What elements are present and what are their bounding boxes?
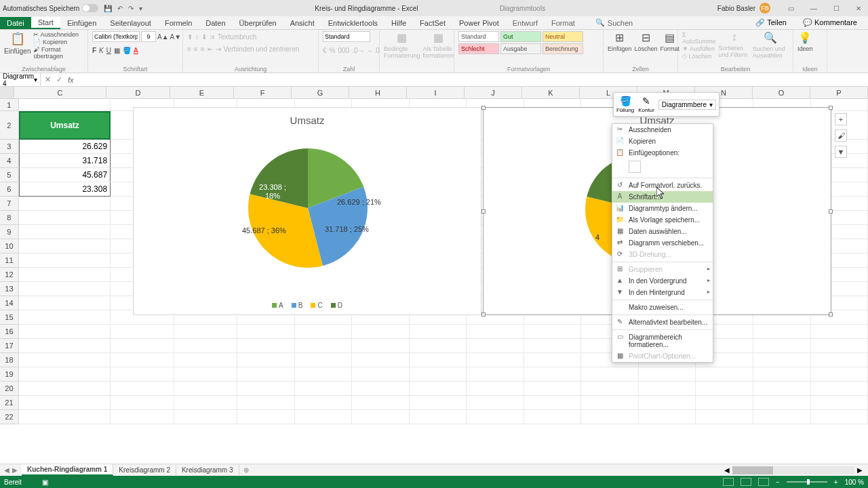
cell[interactable] (696, 410, 753, 424)
zoom-slider[interactable] (787, 481, 827, 483)
font-size-input[interactable] (141, 31, 156, 42)
tab-factset[interactable]: FactSet (413, 18, 452, 28)
format-painter-button[interactable]: 🖌 Format übertragen (33, 46, 83, 60)
cell[interactable] (352, 410, 410, 424)
tab-seitenlayout[interactable]: Seitenlayout (103, 18, 158, 28)
cell[interactable] (174, 339, 237, 353)
sheet-tab-2[interactable]: Kreisdiagramm 2 (113, 465, 176, 475)
cell[interactable] (639, 382, 696, 396)
cell[interactable] (19, 99, 111, 111)
row-header[interactable]: 20 (0, 382, 19, 396)
cell[interactable] (111, 396, 174, 410)
row-header[interactable]: 9 (0, 225, 19, 239)
cell[interactable] (111, 382, 174, 396)
cell[interactable] (174, 396, 237, 410)
row-header[interactable]: 4 (0, 154, 19, 168)
tab-einfuegen[interactable]: Einfügen (60, 18, 103, 28)
cell[interactable] (352, 325, 410, 339)
cell[interactable] (111, 325, 174, 339)
cell[interactable] (295, 339, 353, 353)
cell[interactable] (19, 353, 111, 367)
col-header[interactable]: O (753, 87, 810, 98)
cell[interactable] (19, 296, 111, 310)
row-header[interactable]: 2 (0, 111, 19, 140)
col-header[interactable]: F (234, 87, 292, 98)
outline-button[interactable]: ✎ Kontur (638, 96, 654, 113)
name-box[interactable]: Diagramm 4▾ (0, 73, 41, 87)
cell[interactable] (410, 382, 467, 396)
cell[interactable] (237, 353, 295, 367)
minimize-icon[interactable]: — (806, 5, 821, 12)
row-header[interactable]: 18 (0, 353, 19, 367)
cell[interactable] (111, 353, 174, 367)
cell[interactable] (174, 353, 237, 367)
cell[interactable] (295, 325, 353, 339)
hscroll-left-icon[interactable]: ◀ (724, 466, 730, 474)
cell[interactable] (19, 211, 111, 225)
sheet-tab-3[interactable]: Kreisdiagramm 3 (176, 465, 239, 475)
resize-handle[interactable] (829, 209, 833, 214)
tab-format[interactable]: Format (545, 18, 582, 28)
cell[interactable] (19, 382, 111, 396)
row-header[interactable]: 11 (0, 253, 19, 268)
fill-button[interactable]: 🪣 Füllung (616, 96, 634, 113)
chart-umsatz-1[interactable]: Umsatz 26.629 ; 21% 31.718 ; 25% 45.687 … (133, 107, 481, 315)
style-gut[interactable]: Gut (500, 31, 541, 42)
style-ausgabe[interactable]: Ausgabe (500, 43, 541, 54)
cell[interactable] (19, 396, 111, 410)
ctx-reset-format[interactable]: ↺Auf Formatvorl. zurücks. (612, 180, 713, 191)
ctx-alttext[interactable]: ✎Alternativtext bearbeiten... (612, 317, 713, 328)
cell[interactable] (467, 325, 524, 339)
cell[interactable] (19, 282, 111, 296)
cell[interactable] (410, 367, 467, 382)
col-header[interactable]: P (810, 87, 868, 98)
ctx-vordergrund[interactable]: ▲In den Vordergrund▸ (612, 275, 713, 287)
italic-icon[interactable]: K (99, 47, 104, 54)
chart-filters-button[interactable]: ▼ (835, 146, 847, 158)
font-name-input[interactable] (92, 31, 140, 42)
cell[interactable] (19, 325, 111, 339)
cut-button[interactable]: ✂ Ausschneiden (33, 31, 83, 38)
cell[interactable] (467, 396, 524, 410)
avatar[interactable]: FB (760, 3, 770, 14)
cell[interactable] (410, 325, 467, 339)
resize-handle[interactable] (481, 209, 486, 214)
cell[interactable] (237, 410, 295, 424)
cell[interactable] (19, 310, 111, 325)
bold-icon[interactable]: F (92, 47, 96, 54)
row-header[interactable]: 12 (0, 268, 19, 282)
cell[interactable] (467, 410, 524, 424)
ctx-verschieben[interactable]: ⇄Diagramm verschieben... (612, 237, 713, 249)
cell[interactable] (19, 225, 111, 239)
cell[interactable] (295, 396, 353, 410)
cell[interactable]: 23.308 (19, 182, 111, 197)
ctx-schriftart[interactable]: ASchriftart... (612, 191, 713, 203)
cell[interactable] (639, 367, 696, 382)
save-icon[interactable]: 💾 (104, 5, 112, 12)
cell[interactable] (237, 325, 295, 339)
border-icon[interactable]: ▦ (114, 47, 120, 54)
horizontal-scrollbar[interactable] (732, 466, 854, 474)
tab-ansicht[interactable]: Ansicht (283, 18, 321, 28)
cell[interactable] (237, 339, 295, 353)
cell[interactable] (811, 339, 868, 353)
ctx-als-vorlage[interactable]: 📁Als Vorlage speichern... (612, 214, 713, 226)
cell[interactable] (19, 239, 111, 253)
add-sheet-button[interactable]: ⊕ (239, 466, 253, 474)
style-neutral[interactable]: Neutral (542, 31, 583, 42)
sheet-nav-next-icon[interactable]: ▶ (12, 466, 18, 474)
ctx-kopieren[interactable]: 📄Kopieren (612, 136, 713, 147)
mini-toolbar[interactable]: 🪣 Füllung ✎ Kontur Diagrammbere▾ (613, 92, 719, 117)
insert-cells-button[interactable]: ⊞Einfügen (608, 31, 632, 52)
cell[interactable] (753, 410, 811, 424)
zoom-level[interactable]: 100 % (845, 479, 864, 486)
row-header[interactable]: 6 (0, 182, 19, 197)
cell[interactable] (19, 253, 111, 268)
cell[interactable] (352, 367, 410, 382)
cell[interactable] (237, 382, 295, 396)
cell[interactable] (639, 410, 696, 424)
style-standard[interactable]: Standard (458, 31, 499, 42)
kommentare-button[interactable]: 💬 Kommentare (797, 17, 863, 28)
search-box[interactable]: 🔍 Suchen (595, 18, 633, 27)
cell[interactable] (524, 339, 582, 353)
